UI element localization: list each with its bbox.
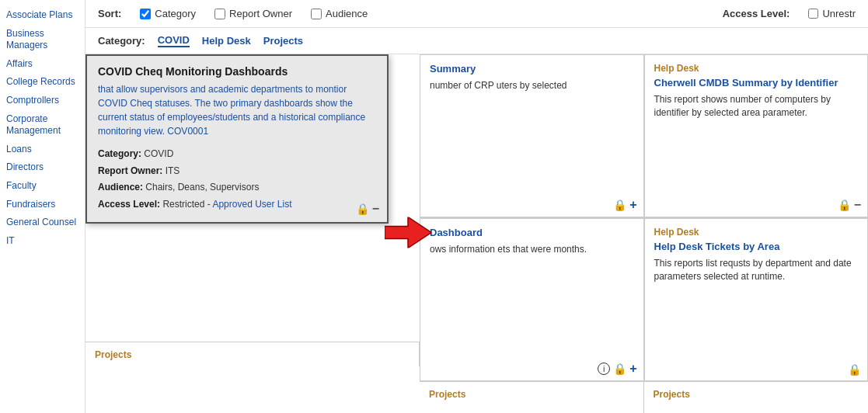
right-cards: Summary number of CRP uters by selected … (420, 54, 868, 413)
summary-lock-icon[interactable]: 🔒 (613, 199, 626, 211)
sort-audience-checkbox[interactable] (311, 9, 322, 19)
helpdesk-cmdb-title: Cherwell CMDB Summary by Identifier (654, 77, 859, 88)
card-covid-dashboard: Dashboard ows information ets that were … (420, 218, 644, 381)
card-helpdesk-tickets: Help Desk Help Desk Tickets by Area This… (644, 218, 869, 381)
arrow-indicator (385, 217, 431, 251)
sort-label: Sort: (98, 8, 121, 19)
popup-category-value: COVID (144, 148, 173, 159)
popup-access-link[interactable]: Approved User List (212, 199, 291, 210)
category-link-covid[interactable]: COVID (158, 34, 190, 47)
card-dashboard-title: Dashboard (430, 227, 634, 238)
popup-audience-value: Chairs, Deans, Supervisors (145, 182, 259, 193)
sidebar-item-fundraisers[interactable]: Fundraisers (0, 196, 85, 214)
popup-owner-value: ITS (166, 165, 180, 176)
projects-label-2: Projects (654, 389, 690, 400)
summary-plus-icon[interactable]: + (629, 198, 636, 212)
projects-label-1: Projects (429, 389, 465, 400)
popup-title: COVID Cheq Monitoring Dashboards (98, 65, 376, 78)
sort-category-label: Category (155, 8, 196, 19)
card-covid-summary: Summary number of CRP uters by selected … (420, 54, 644, 217)
dashboard-plus-icon[interactable]: + (629, 362, 636, 376)
card-summary-desc: number of CRP uters by selected (430, 79, 634, 92)
svg-marker-0 (385, 217, 431, 248)
sidebar-item-it[interactable]: IT (0, 232, 85, 251)
access-level-checkbox[interactable] (808, 9, 818, 19)
helpdesk-cmdb-actions: 🔒 − (838, 198, 861, 212)
card-dashboard-actions: i 🔒 + (598, 362, 636, 376)
sort-bar: Sort: Category Report Owner Audience Acc… (85, 0, 868, 28)
left-projects-label: Projects (95, 349, 131, 360)
sidebar-item-loans[interactable]: Loans (0, 141, 85, 159)
popup-access-label: Access Level: (98, 199, 160, 210)
helpdesk-tickets-title: Help Desk Tickets by Area (654, 241, 859, 252)
popup-category-row: Category: COVID (98, 146, 376, 163)
sidebar-item-corporate-management[interactable]: Corporate Management (0, 110, 85, 141)
access-level-option[interactable]: Unrestr (808, 8, 856, 19)
popup-meta: Category: COVID Report Owner: ITS Audien… (98, 146, 376, 213)
popup-access-row: Access Level: Restricted - Approved User… (98, 196, 376, 213)
main-content: Sort: Category Report Owner Audience Acc… (85, 0, 868, 413)
cmdb-lock-icon[interactable]: 🔒 (838, 199, 851, 211)
helpdesk-cmdb-category: Help Desk (654, 63, 859, 74)
card-summary-actions: 🔒 + (613, 198, 636, 212)
category-bar-label: Category: (98, 35, 145, 47)
popup-lock-icon[interactable]: 🔒 (356, 203, 369, 215)
sort-audience-option[interactable]: Audience (311, 8, 368, 19)
sort-report-owner-option[interactable]: Report Owner (214, 8, 292, 19)
popup-owner-row: Report Owner: ITS (98, 163, 376, 180)
popup-audience-row: Audience: Chairs, Deans, Supervisors (98, 179, 376, 196)
sort-audience-label: Audience (326, 8, 368, 19)
middle-cards-row: Dashboard ows information ets that were … (420, 218, 868, 382)
projects-card-1: Projects (420, 382, 644, 413)
category-link-helpdesk[interactable]: Help Desk (202, 35, 251, 47)
cmdb-minus-icon[interactable]: − (854, 198, 861, 212)
popup-card: COVID Cheq Monitoring Dashboards that al… (85, 54, 389, 224)
cards-area: COVID Cheq Monitoring Dashboards that al… (85, 54, 868, 413)
left-projects-row: Projects (85, 342, 420, 366)
projects-row: Projects Projects (420, 382, 868, 413)
card-helpdesk-cmdb: Help Desk Cherwell CMDB Summary by Ident… (644, 54, 869, 217)
sidebar-item-comptrollers[interactable]: Comptrollers (0, 92, 85, 110)
sidebar-item-faculty[interactable]: Faculty (0, 177, 85, 196)
dashboard-info-icon[interactable]: i (598, 363, 610, 375)
category-link-projects[interactable]: Projects (263, 35, 303, 47)
sidebar: Associate Plans Business Managers Affair… (0, 0, 85, 413)
sidebar-item-general-counsel[interactable]: General Counsel (0, 213, 85, 232)
top-cards-row: Summary number of CRP uters by selected … (420, 54, 868, 218)
popup-category-label: Category: (98, 148, 141, 159)
sort-report-owner-checkbox[interactable] (214, 9, 225, 19)
sidebar-item-business-managers[interactable]: Business Managers (0, 25, 85, 55)
popup-owner-label: Report Owner: (98, 165, 162, 176)
card-summary-title: Summary (430, 63, 634, 75)
sort-category-checkbox[interactable] (140, 9, 151, 19)
access-level-value: Unrestr (822, 8, 856, 19)
sort-report-owner-label: Report Owner (229, 8, 292, 19)
popup-actions: 🔒 − (356, 202, 379, 216)
sidebar-item-college-records[interactable]: College Records (0, 73, 85, 92)
projects-card-2: Projects (644, 382, 869, 413)
helpdesk-cmdb-desc: This report shows number of computers by… (654, 93, 859, 120)
helpdesk-tickets-actions: 🔒 (848, 363, 861, 376)
popup-description: that allow supervisors and academic depa… (98, 82, 376, 138)
dashboard-lock-icon[interactable]: 🔒 (613, 363, 626, 375)
sidebar-item-affairs[interactable]: Affairs (0, 55, 85, 74)
popup-audience-label: Audience: (98, 182, 143, 193)
sort-category-option[interactable]: Category (140, 8, 196, 19)
access-level-label: Access Level: (723, 8, 790, 19)
helpdesk-tickets-desc: This reports list requsts by department … (654, 257, 859, 283)
sidebar-item-associate-plans[interactable]: Associate Plans (0, 6, 85, 25)
popup-access-prefix: Restricted - (162, 199, 212, 210)
helpdesk-tickets-category: Help Desk (654, 227, 859, 238)
popup-minus-icon[interactable]: − (372, 202, 379, 216)
tickets-lock-icon[interactable]: 🔒 (848, 363, 861, 376)
category-bar: Category: COVID Help Desk Projects (85, 28, 868, 54)
card-dashboard-desc: ows information ets that were months. (430, 243, 634, 256)
sidebar-item-directors[interactable]: Directors (0, 158, 85, 177)
